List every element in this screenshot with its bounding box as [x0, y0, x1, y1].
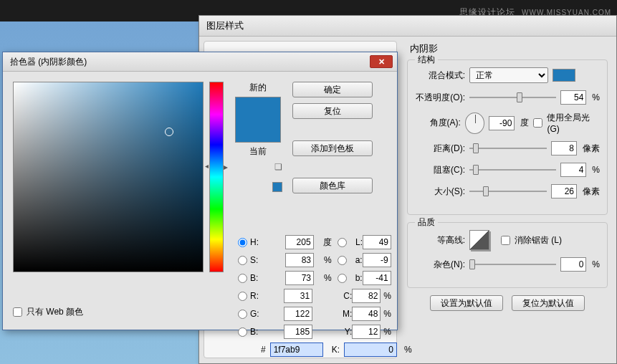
color-preview: [235, 97, 281, 143]
r-input[interactable]: [284, 289, 312, 303]
g-input[interactable]: [284, 307, 312, 321]
choke-input[interactable]: [560, 163, 586, 177]
web-only-label: 只有 Web 颜色: [27, 306, 83, 318]
size-input[interactable]: [551, 184, 577, 198]
c-input[interactable]: [352, 289, 381, 303]
hash-label: #: [261, 345, 266, 355]
cancel-button[interactable]: 复位: [292, 103, 373, 119]
set-default-button[interactable]: 设置为默认值: [430, 295, 503, 311]
m-input[interactable]: [352, 307, 381, 321]
angle-unit: 度: [520, 117, 529, 129]
y-label: Y:: [337, 327, 352, 337]
angle-label: 角度(A):: [415, 117, 461, 129]
r-label: R:: [250, 291, 259, 301]
structure-group-title: 结构: [415, 54, 438, 66]
hex-input[interactable]: [270, 343, 323, 357]
opacity-label: 不透明度(O):: [415, 92, 465, 104]
distance-label: 距离(D):: [415, 143, 465, 155]
choke-unit: %: [592, 165, 600, 175]
saturation-value-field[interactable]: [13, 82, 204, 272]
bb-radio[interactable]: [238, 327, 247, 337]
opacity-input[interactable]: [560, 90, 586, 105]
blend-mode-select[interactable]: 正常: [469, 67, 548, 83]
safe-color-swatch[interactable]: [272, 182, 282, 192]
b-radio[interactable]: [238, 274, 247, 283]
web-only-checkbox[interactable]: [13, 307, 22, 317]
g-radio[interactable]: [238, 310, 247, 319]
color-picker-titlebar[interactable]: 拾色器 (内阴影颜色) ✕: [3, 52, 397, 72]
contour-picker[interactable]: [469, 230, 489, 250]
noise-input[interactable]: [560, 257, 586, 272]
c-label: C:: [337, 291, 352, 301]
angle-input[interactable]: [489, 116, 515, 130]
blend-color-swatch[interactable]: [553, 69, 575, 82]
distance-slider[interactable]: [469, 142, 547, 155]
y-input[interactable]: [352, 325, 381, 339]
b2-input[interactable]: [363, 271, 391, 285]
a-input[interactable]: [363, 253, 391, 267]
bb-label: B:: [250, 327, 258, 337]
a-label: a:: [347, 255, 363, 265]
a-radio[interactable]: [338, 256, 347, 265]
g-label: G:: [250, 309, 259, 319]
k-input[interactable]: [344, 343, 397, 357]
hue-slider[interactable]: ◂▸: [209, 82, 224, 272]
section-title: 内阴影: [410, 42, 608, 55]
color-picker-title: 拾色器 (内阴影颜色): [10, 56, 87, 68]
r-radio[interactable]: [238, 292, 247, 301]
m-label: M:: [337, 309, 352, 319]
noise-unit: %: [592, 259, 600, 269]
b-input[interactable]: [285, 271, 314, 285]
s-radio[interactable]: [238, 256, 247, 265]
new-color-swatch[interactable]: [236, 97, 280, 120]
noise-label: 杂色(N):: [415, 259, 465, 271]
cube-icon[interactable]: ❏: [274, 162, 282, 172]
h-input[interactable]: [285, 235, 314, 249]
layer-style-title[interactable]: 图层样式: [199, 16, 616, 37]
quality-group: 品质 等高线: 消除锯齿 (L) 杂色(N): %: [407, 222, 608, 288]
color-picker-window: 拾色器 (内阴影颜色) ✕ ◂▸ 新的 当前 ❏ 确定 复位: [2, 52, 398, 330]
choke-slider[interactable]: [469, 163, 556, 176]
b2-label: b:: [347, 273, 363, 283]
global-light-label: 使用全局光 (G): [547, 112, 600, 134]
size-label: 大小(S):: [415, 186, 465, 198]
s-input[interactable]: [285, 253, 314, 267]
blend-mode-label: 混合模式:: [415, 70, 465, 82]
opacity-unit: %: [592, 92, 600, 102]
noise-slider[interactable]: [469, 258, 556, 271]
current-color-swatch[interactable]: [236, 120, 280, 142]
ok-button[interactable]: 确定: [292, 82, 373, 97]
global-light-checkbox[interactable]: [533, 118, 542, 128]
h-label: H:: [250, 237, 259, 247]
antialias-checkbox[interactable]: [501, 236, 510, 245]
close-icon[interactable]: ✕: [370, 55, 393, 68]
l-label: L:: [347, 237, 363, 247]
new-label: 新的: [249, 82, 267, 94]
l-input[interactable]: [363, 235, 391, 249]
antialias-label: 消除锯齿 (L): [515, 234, 562, 246]
color-values-grid: H: 度 L: S: % a: B: % b: R: C: %: [238, 235, 391, 357]
size-slider[interactable]: [469, 185, 547, 198]
add-swatch-button[interactable]: 添加到色板: [292, 140, 373, 156]
distance-input[interactable]: [551, 141, 577, 155]
quality-group-title: 品质: [415, 216, 438, 229]
s-label: S:: [250, 255, 258, 265]
size-unit: 像素: [583, 186, 600, 198]
opacity-slider[interactable]: [469, 91, 556, 104]
current-label: 当前: [249, 145, 267, 158]
distance-unit: 像素: [583, 143, 600, 155]
l-radio[interactable]: [338, 238, 347, 247]
bb-input[interactable]: [284, 325, 312, 339]
k-label: K:: [332, 345, 340, 355]
contour-label: 等高线:: [415, 234, 465, 246]
reset-default-button[interactable]: 复位为默认值: [512, 295, 585, 311]
choke-label: 阻塞(C):: [415, 164, 465, 176]
angle-dial[interactable]: [465, 112, 485, 134]
color-library-button[interactable]: 颜色库: [292, 178, 373, 193]
h-radio[interactable]: [238, 238, 247, 247]
structure-group: 结构 混合模式: 正常 不透明度(O): % 角度(A):: [407, 59, 608, 215]
b-label: B:: [250, 273, 258, 283]
b2-radio[interactable]: [338, 274, 347, 283]
